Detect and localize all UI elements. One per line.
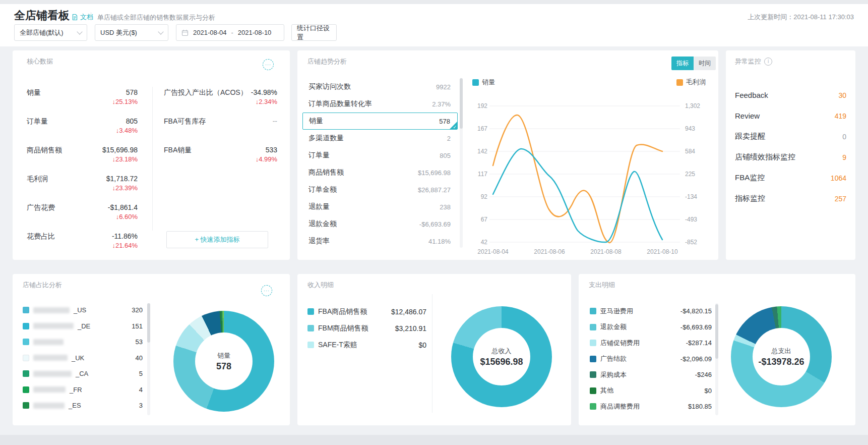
date-range-picker[interactable]: 2021-08-04 - 2021-08-10 (176, 24, 284, 41)
doc-link[interactable]: 文档 (72, 13, 93, 22)
blurred-store-name (33, 355, 68, 361)
trend-metric-row[interactable]: 退货率41.18% (302, 233, 458, 248)
trend-metric-row[interactable]: 退款量238 (302, 198, 458, 215)
expense-value: -$287.14 (686, 339, 712, 347)
scrollbar-thumb[interactable] (715, 304, 718, 359)
monitor-value: 30 (838, 91, 846, 99)
core-metric-row: 订单量805↓3.48% (27, 117, 138, 146)
expense-donut-chart[interactable]: 总支出 -$13978.26 (731, 306, 832, 407)
legend-swatch (590, 387, 596, 394)
column-divider (152, 87, 153, 231)
toggle-metric-tab[interactable]: 指标 (671, 57, 694, 70)
trend-metric-row-selected[interactable]: 销量578 (302, 113, 458, 130)
store-share-donut-chart[interactable]: 销量 578 (173, 311, 274, 412)
trend-metric-row[interactable]: 订单量805 (302, 147, 458, 164)
metric-label: 订单量 (27, 117, 48, 126)
legend-label: 毛利润 (686, 78, 706, 87)
store-suffix: _CA (76, 370, 88, 377)
metric-value: 2 (447, 135, 451, 142)
trend-metric-row[interactable]: 多渠道数量2 (302, 130, 458, 147)
legend-gross-profit[interactable]: 毛利润 (676, 78, 706, 87)
monitor-row[interactable]: 跟卖提醒0 (735, 126, 846, 147)
store-share-card: 店铺占比分析 ··· _US320 _DE151 53 _UK40 _CA5 _… (13, 274, 290, 425)
income-legend-list: FBA商品销售额$12,486.07 FBM商品销售额$3,210.91 SAF… (307, 303, 426, 353)
svg-text:92: 92 (481, 193, 488, 200)
trend-line-chart[interactable]: 192 167 142 117 92 67 42 1,302 943 584 2… (470, 101, 702, 257)
metric-value: $15,696.98 (102, 146, 138, 154)
card-settings-icon[interactable]: ··· (261, 285, 272, 296)
card-settings-icon[interactable]: ··· (263, 59, 274, 70)
scrollbar-thumb[interactable] (460, 78, 463, 129)
trend-metric-row[interactable]: 买家访问次数9922 (302, 78, 458, 95)
income-row: FBA商品销售额$12,486.07 (307, 303, 426, 320)
metric-label: 买家访问次数 (308, 82, 351, 91)
income-card-title: 收入明细 (307, 281, 334, 290)
monitor-row[interactable]: Feedback30 (735, 85, 846, 105)
metric-label: 广告花费 (27, 203, 55, 212)
store-row[interactable]: _FR4 (23, 382, 143, 398)
anomaly-monitor-card: 异常监控 i Feedback30 Review419 跟卖提醒0 店铺绩效指标… (726, 50, 855, 260)
monitor-label: 店铺绩效指标监控 (735, 152, 795, 162)
legend-sales[interactable]: 销量 (472, 78, 495, 87)
store-row[interactable]: _UK40 (23, 350, 143, 366)
store-row[interactable]: _DE151 (23, 318, 143, 335)
svg-text:1,302: 1,302 (685, 102, 700, 109)
page-title: 全店铺看板 (14, 8, 70, 23)
expense-row: 退款金额-$6,693.69 (590, 319, 712, 336)
core-metric-row: 商品销售额$15,696.98↓23.18% (27, 146, 138, 175)
store-swatch (23, 323, 29, 329)
donut-center: 总支出 -$13978.26 (753, 328, 810, 385)
trend-metric-row[interactable]: 商品销售额$15,696.98 (302, 164, 458, 181)
metric-value: 9922 (436, 83, 451, 91)
metric-label: 销量 (27, 88, 41, 97)
trend-metric-row[interactable]: 退款金额-$6,693.69 (302, 215, 458, 233)
monitor-row[interactable]: 店铺绩效指标监控9 (735, 147, 846, 168)
legend-swatch (590, 356, 596, 362)
metric-value: 533 (256, 146, 277, 154)
currency-select[interactable]: USD 美元($) (95, 24, 168, 41)
store-value: 151 (132, 322, 143, 330)
info-icon[interactable]: i (764, 58, 772, 66)
store-row[interactable]: _ES3 (23, 398, 143, 414)
metric-delta: ↓23.18% (102, 155, 138, 163)
trend-metric-list: 买家访问次数9922 订单商品数量转化率2.37% 销量578 多渠道数量2 订… (302, 78, 458, 248)
donut-center-label: 销量 (217, 351, 230, 360)
donut-center-value: -$13978.26 (758, 357, 804, 367)
core-metric-row: 销量578↓25.13% (27, 88, 138, 117)
svg-text:584: 584 (685, 148, 695, 155)
monitor-value: 1064 (831, 174, 846, 182)
monitor-row[interactable]: Review419 (735, 105, 846, 126)
trend-view-toggle: 指标 时间 (671, 57, 716, 70)
scrollbar-thumb[interactable] (147, 303, 150, 343)
metric-value: 578 (112, 88, 138, 96)
core-metric-row: FBA可售库存-- (164, 117, 277, 146)
page-subtitle: 单店铺或全部店铺的销售数据展示与分析 (97, 13, 215, 22)
monitor-row[interactable]: FBA监控1064 (735, 168, 846, 188)
svg-text:2021-08-08: 2021-08-08 (590, 248, 622, 255)
expense-value: $180.85 (688, 403, 712, 410)
store-select[interactable]: 全部店铺(默认) (14, 24, 87, 41)
monitor-row[interactable]: 指标监控257 (735, 188, 846, 209)
store-row[interactable]: _US320 (23, 302, 143, 318)
caliber-settings-button[interactable]: 统计口径设置 (291, 24, 337, 41)
header-bar: 全店铺看板 文档 单店铺或全部店铺的销售数据展示与分析 上次更新时间：2021-… (0, 4, 868, 46)
store-row[interactable]: 53 (23, 334, 143, 350)
metric-value: -$6,693.69 (419, 220, 451, 228)
metric-delta: ↓23.39% (106, 184, 138, 192)
svg-text:-134: -134 (685, 193, 697, 200)
last-update-time: 上次更新时间：2021-08-11 17:30:03 (748, 13, 854, 22)
toggle-time-tab[interactable]: 时间 (694, 57, 716, 70)
store-suffix: _DE (78, 322, 90, 330)
donut-center-label: 总收入 (492, 347, 512, 356)
svg-text:192: 192 (477, 102, 487, 109)
trend-metric-row[interactable]: 订单商品数量转化率2.37% (302, 95, 458, 113)
store-row[interactable]: _CA5 (23, 366, 143, 382)
donut-center-value: $15696.98 (480, 357, 523, 367)
income-donut-chart[interactable]: 总收入 $15696.98 (451, 306, 552, 407)
core-metric-row: 毛利润$1,718.72↓23.39% (27, 175, 138, 203)
metric-label: FBA销量 (164, 146, 192, 155)
metric-value: 578 (439, 118, 450, 125)
expense-value: -$246 (695, 371, 712, 378)
trend-metric-row[interactable]: 订单金额$26,887.27 (302, 181, 458, 198)
quick-add-metric-button[interactable]: + 快速添加指标 (166, 231, 268, 248)
